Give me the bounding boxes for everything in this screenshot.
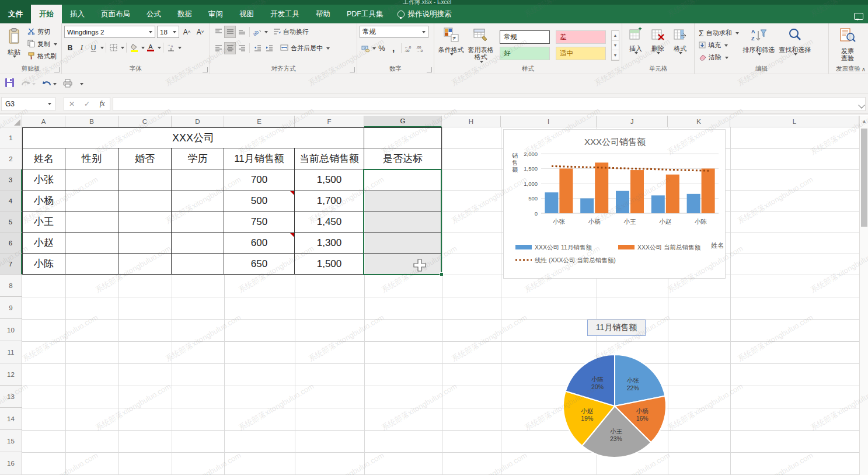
cell-E3[interactable]: 700 bbox=[224, 169, 295, 190]
increase-indent-button[interactable] bbox=[263, 42, 275, 54]
align-top-button[interactable] bbox=[212, 26, 224, 38]
qat-customize-button[interactable] bbox=[79, 79, 83, 89]
column-header-K[interactable]: K bbox=[668, 116, 730, 127]
cut-button[interactable]: 剪切 bbox=[26, 26, 59, 38]
cell-D6[interactable] bbox=[172, 233, 224, 254]
copy-button[interactable]: 复制 bbox=[26, 38, 59, 50]
tab-help[interactable]: 帮助 bbox=[308, 5, 339, 23]
selection-border[interactable] bbox=[363, 169, 442, 275]
cell-C3[interactable] bbox=[118, 169, 172, 190]
cell-B7[interactable] bbox=[65, 254, 118, 275]
comma-style-button[interactable]: , bbox=[388, 42, 399, 54]
tab-home[interactable]: 开始 bbox=[31, 5, 62, 23]
pie-chart-title[interactable]: 11月销售额 bbox=[587, 320, 646, 336]
font-dialog-launcher[interactable] bbox=[203, 67, 208, 72]
number-dialog-launcher[interactable] bbox=[427, 67, 432, 72]
cell-G1[interactable] bbox=[364, 127, 442, 148]
row-header-12[interactable]: 12 bbox=[0, 363, 22, 386]
paste-button[interactable]: 粘贴 bbox=[2, 26, 26, 62]
cell-header-F2[interactable]: 当前总销售额 bbox=[295, 148, 364, 169]
enter-button[interactable]: ✓ bbox=[79, 100, 95, 108]
row-header-1[interactable]: 1 bbox=[0, 127, 22, 148]
cell-header-C2[interactable]: 婚否 bbox=[118, 148, 172, 169]
bar-chart[interactable]: XXX公司销售额销售额05001,0001,5002,000小张小杨小王小赵小陈… bbox=[503, 129, 726, 279]
conditional-formatting-button[interactable]: ≠ 条件格式 bbox=[437, 26, 465, 62]
bold-button[interactable]: B bbox=[64, 41, 76, 54]
cell-E6[interactable]: 600 bbox=[224, 233, 295, 254]
column-header-C[interactable]: C bbox=[118, 116, 172, 127]
cell-title-A1[interactable]: XXX公司 bbox=[22, 127, 364, 148]
cell-E7[interactable]: 650 bbox=[224, 254, 295, 275]
tab-view[interactable]: 视图 bbox=[231, 5, 262, 23]
fill-handle[interactable] bbox=[440, 272, 444, 276]
tab-file[interactable]: 文件 bbox=[0, 5, 31, 23]
font-name-combo[interactable]: Wingdings 2 bbox=[64, 26, 155, 38]
accounting-format-button[interactable] bbox=[360, 42, 371, 54]
percent-style-button[interactable]: % bbox=[376, 42, 388, 54]
wrap-text-button[interactable]: 自动换行 bbox=[271, 26, 311, 38]
cell-header-E2[interactable]: 11月销售额 bbox=[224, 148, 295, 169]
cell-A5[interactable]: 小王 bbox=[22, 212, 65, 233]
column-header-L[interactable]: L bbox=[730, 116, 859, 127]
style-bad[interactable]: 差 bbox=[556, 30, 606, 44]
tab-formulas[interactable]: 公式 bbox=[138, 5, 169, 23]
align-left-button[interactable] bbox=[212, 42, 224, 54]
fill-color-button[interactable] bbox=[128, 41, 140, 54]
cell-C4[interactable] bbox=[118, 190, 172, 212]
cell-A3[interactable]: 小张 bbox=[22, 169, 65, 190]
cell-D4[interactable] bbox=[172, 190, 224, 212]
shrink-font-button[interactable]: A˅ bbox=[194, 26, 206, 38]
number-format-combo[interactable]: 常规 bbox=[360, 26, 428, 38]
cell-F4[interactable]: 1,700 bbox=[295, 190, 364, 212]
column-header-J[interactable]: J bbox=[597, 116, 668, 127]
align-middle-button[interactable] bbox=[224, 26, 236, 38]
tab-insert[interactable]: 插入 bbox=[62, 5, 93, 23]
row-header-3[interactable]: 3 bbox=[0, 169, 22, 190]
cell-B6[interactable] bbox=[65, 233, 118, 254]
column-header-G[interactable]: G bbox=[364, 116, 442, 127]
clear-button[interactable]: 清除 bbox=[697, 51, 741, 64]
gallery-up-button[interactable]: ▲ bbox=[612, 31, 619, 41]
cell-C6[interactable] bbox=[118, 233, 172, 254]
cell-header-A2[interactable]: 姓名 bbox=[22, 148, 65, 169]
row-header-7[interactable]: 7 bbox=[0, 254, 22, 275]
tell-me-search[interactable]: 操作说明搜索 bbox=[392, 5, 458, 23]
row-header-2[interactable]: 2 bbox=[0, 148, 22, 169]
gallery-more-button[interactable]: ▼ bbox=[612, 50, 619, 60]
cell-D3[interactable] bbox=[172, 169, 224, 190]
find-select-button[interactable]: 查找和选择 bbox=[777, 26, 813, 62]
collapse-ribbon-button[interactable]: ∧ bbox=[862, 66, 866, 72]
tab-page-layout[interactable]: 页面布局 bbox=[93, 5, 138, 23]
style-normal[interactable]: 常规 bbox=[500, 30, 550, 44]
cell-A7[interactable]: 小陈 bbox=[22, 254, 65, 275]
column-header-E[interactable]: E bbox=[224, 116, 295, 127]
insert-function-button[interactable]: fx bbox=[95, 99, 110, 108]
scrollbar-thumb[interactable] bbox=[861, 129, 867, 227]
cell-C5[interactable] bbox=[118, 212, 172, 233]
cell-E4[interactable]: 500 bbox=[224, 190, 295, 212]
cell-B5[interactable] bbox=[65, 212, 118, 233]
orientation-button[interactable]: ab bbox=[252, 26, 263, 38]
italic-button[interactable]: I bbox=[76, 41, 88, 54]
font-color-button[interactable]: A bbox=[145, 41, 156, 54]
align-center-button[interactable] bbox=[224, 42, 236, 54]
row-header-10[interactable]: 10 bbox=[0, 319, 22, 341]
format-as-table-button[interactable]: 套用表格格式 bbox=[465, 26, 496, 63]
sheet-grid[interactable]: ABCDEFGHIJKL1234567891011121314151617XXX… bbox=[0, 116, 859, 475]
clipboard-dialog-launcher[interactable] bbox=[54, 67, 60, 72]
autosum-button[interactable]: Σ 自动求和 bbox=[697, 27, 741, 39]
name-box[interactable]: G3 bbox=[1, 97, 55, 111]
invoice-check-button[interactable]: 发票查验 bbox=[831, 26, 864, 62]
cell-D7[interactable] bbox=[172, 254, 224, 275]
column-header-I[interactable]: I bbox=[501, 116, 597, 127]
cell-F5[interactable]: 1,450 bbox=[295, 212, 364, 233]
decrease-indent-button[interactable] bbox=[252, 42, 263, 54]
row-header-8[interactable]: 8 bbox=[0, 275, 22, 297]
insert-cells-button[interactable]: 插入 bbox=[625, 26, 647, 62]
align-bottom-button[interactable] bbox=[236, 26, 247, 38]
cell-F3[interactable]: 1,500 bbox=[295, 169, 364, 190]
format-painter-button[interactable]: 格式刷 bbox=[26, 50, 59, 63]
formula-input[interactable] bbox=[113, 97, 866, 111]
style-good[interactable]: 好 bbox=[500, 47, 550, 60]
row-header-5[interactable]: 5 bbox=[0, 212, 22, 233]
